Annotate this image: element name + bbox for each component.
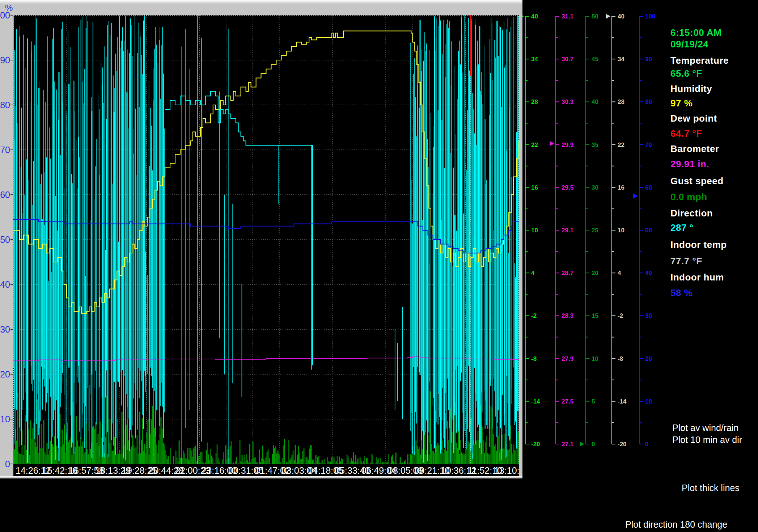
left-axis-tick — [10, 419, 13, 419]
left-axis-tick-label: 0 — [0, 459, 10, 469]
svg-text:10: 10 — [645, 398, 652, 405]
svg-text:50: 50 — [645, 227, 652, 234]
svg-text:27.1: 27.1 — [562, 441, 573, 448]
reading-label: Dew point — [670, 113, 717, 124]
reading-label: Temperature — [670, 55, 729, 66]
svg-text:15: 15 — [592, 312, 598, 319]
time-axis-label: 13:10:42 — [494, 465, 519, 476]
barometer-line — [13, 356, 519, 362]
left-axis-tick-label: 40 — [0, 280, 10, 289]
svg-text:30: 30 — [592, 184, 598, 191]
svg-text:22: 22 — [618, 142, 624, 148]
temperature-axis-pointer — [522, 14, 524, 19]
left-axis-tick — [10, 284, 13, 285]
left-axis-tick-label: 80 — [0, 100, 10, 110]
left-axis-tick-label: 10 — [0, 414, 10, 424]
svg-text:29.5: 29.5 — [562, 184, 573, 191]
left-axis-tick-label: 20 — [0, 370, 10, 379]
left-axis-tick — [10, 464, 13, 464]
svg-text:40: 40 — [618, 13, 624, 20]
left-axis-tick-label: 100 — [0, 10, 10, 20]
svg-text:-2: -2 — [531, 312, 537, 319]
reading-value: 287 ° — [670, 222, 694, 233]
humidity-axis-pointer — [633, 193, 638, 198]
plot-background — [13, 15, 519, 477]
svg-text:100: 100 — [645, 13, 655, 20]
svg-text:20: 20 — [645, 355, 652, 362]
svg-text:40: 40 — [645, 270, 652, 276]
left-axis-tick-label: 30 — [0, 325, 10, 334]
plot-option-plot-10-min-av-dir[interactable]: Plot 10 min av dir — [672, 435, 742, 445]
svg-text:4: 4 — [618, 270, 621, 276]
left-axis-tick-label: 60 — [0, 190, 10, 199]
indoor-temp-axis: 4034282216104-2-8-14-20 — [606, 13, 627, 448]
svg-text:34: 34 — [618, 56, 624, 63]
svg-text:-20: -20 — [618, 441, 627, 448]
svg-text:25: 25 — [592, 227, 598, 234]
current-time: 6:15:00 AM — [670, 27, 721, 38]
svg-text:40: 40 — [531, 13, 538, 20]
barometer-axis-pointer — [550, 141, 554, 146]
reading-label: Humidity — [670, 83, 712, 94]
plot-area — [13, 15, 519, 464]
svg-text:-2: -2 — [618, 312, 623, 319]
left-axis-tick-label: 70 — [0, 145, 10, 155]
svg-text:70: 70 — [645, 142, 652, 148]
barometer-axis: 31.130.730.329.929.529.128.728.327.927.5… — [550, 13, 573, 448]
reading-label: Indoor temp — [670, 239, 727, 250]
left-axis-tick — [10, 239, 13, 240]
svg-text:28: 28 — [618, 98, 624, 105]
left-axis-tick-label: 50 — [0, 235, 10, 244]
humidity-axis: 1009080706050403020100 — [633, 13, 655, 448]
left-axis-tick — [10, 105, 13, 105]
svg-text:27.5: 27.5 — [562, 398, 573, 405]
current-date: 09/19/24 — [670, 39, 708, 50]
svg-text:80: 80 — [645, 98, 652, 105]
reading-value: 29.91 in. — [670, 159, 709, 170]
svg-text:0: 0 — [592, 441, 595, 448]
reading-value: 0.0 mph — [670, 191, 707, 203]
svg-text:28: 28 — [531, 98, 538, 105]
left-axis-tick — [10, 194, 13, 195]
svg-text:22: 22 — [531, 142, 538, 148]
plot-option-plot-direction-180-change[interactable]: Plot direction 180 change — [625, 519, 727, 530]
readings-panel: 6:15:00 AM 09/19/24 Temperature65.6 °FHu… — [670, 0, 758, 326]
reading-label: Barometer — [670, 143, 719, 155]
svg-text:-20: -20 — [531, 441, 540, 448]
svg-text:16: 16 — [618, 184, 624, 191]
svg-text:90: 90 — [645, 56, 652, 63]
svg-text:34: 34 — [531, 56, 538, 63]
weather-chart — [13, 15, 519, 464]
svg-text:29.1: 29.1 — [562, 227, 573, 234]
left-axis-tick-label: 90 — [0, 55, 10, 65]
humidity-line — [13, 31, 519, 313]
window-bottom-edge — [0, 476, 522, 477]
svg-text:4: 4 — [531, 270, 535, 276]
left-axis-tick — [10, 149, 13, 150]
svg-text:40: 40 — [592, 98, 598, 105]
svg-text:5: 5 — [592, 398, 595, 405]
plot-option-plot-thick-lines[interactable]: Plot thick lines — [682, 483, 740, 493]
svg-text:20: 20 — [592, 270, 598, 276]
svg-text:28.7: 28.7 — [562, 270, 573, 276]
svg-text:0: 0 — [645, 441, 648, 448]
plot-option-plot-av-wind-rain[interactable]: Plot av wind/rain — [672, 423, 738, 433]
svg-text:28.3: 28.3 — [562, 312, 573, 319]
svg-text:50: 50 — [592, 13, 598, 20]
svg-text:45: 45 — [592, 56, 598, 63]
svg-text:60: 60 — [645, 184, 652, 191]
gust-speed-axis: 50454035302520151050 — [580, 13, 598, 448]
reading-value: 97 % — [670, 98, 693, 109]
svg-text:30.7: 30.7 — [562, 56, 573, 63]
svg-text:30: 30 — [645, 312, 652, 319]
left-axis-tick — [10, 374, 13, 375]
left-axis-tick — [10, 60, 13, 60]
reading-value: 64.7 °F — [670, 128, 702, 139]
weather-display-screen: % 1009080706050403020100 14:26:1215:42:1… — [0, 0, 758, 532]
chart-window: % 1009080706050403020100 14:26:1215:42:1… — [0, 0, 522, 478]
temperature-axis: 4034282216104-2-8-14-20 — [522, 13, 540, 448]
left-axis-tick — [10, 329, 13, 330]
left-axis-tick — [10, 15, 13, 16]
svg-text:10: 10 — [618, 227, 624, 234]
svg-text:-8: -8 — [618, 355, 623, 362]
